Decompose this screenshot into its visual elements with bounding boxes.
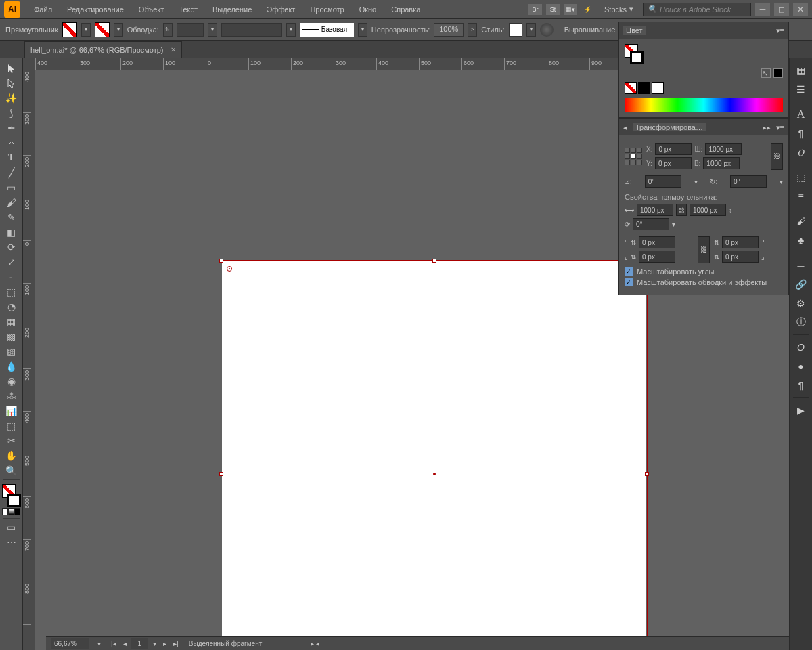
status-nav-icons[interactable]: ▸ ◂ xyxy=(311,640,319,647)
screen-mode-icon[interactable]: ▭ xyxy=(3,520,20,535)
link-panel-icon[interactable]: 🔗 xyxy=(792,276,810,293)
info-panel-icon[interactable]: ⓘ xyxy=(792,313,810,331)
perspective-grid-icon[interactable]: ▦ xyxy=(3,314,20,329)
var-width-input[interactable] xyxy=(221,23,282,37)
stroke-dd[interactable]: ▾ xyxy=(114,23,123,37)
color-history-swatches[interactable] xyxy=(625,82,783,94)
lasso-tool-icon[interactable]: ⟆ xyxy=(3,106,20,121)
para-panel-icon[interactable]: ¶ xyxy=(792,125,810,142)
style-dd[interactable]: ▾ xyxy=(526,23,536,37)
artboard-tool-icon[interactable]: ⬚ xyxy=(3,418,20,433)
close-tab-icon[interactable]: ✕ xyxy=(171,46,176,53)
menu-view[interactable]: Просмотр xyxy=(303,5,351,14)
list-panel-icon[interactable]: ☰ xyxy=(792,81,810,98)
para2-panel-icon[interactable]: ¶ xyxy=(792,376,810,394)
stroke-weight-dd[interactable]: ▾ xyxy=(208,23,217,37)
corner-tl-input[interactable]: 0 px xyxy=(639,236,675,248)
menu-help[interactable]: Справка xyxy=(384,5,427,14)
ruler-origin[interactable] xyxy=(23,58,35,70)
align-panel-icon[interactable]: ≡ xyxy=(792,188,810,205)
symbol-panel-icon[interactable]: ♣ xyxy=(792,232,810,249)
menu-effect[interactable]: Эффект xyxy=(260,5,302,14)
symbol-sprayer-icon[interactable]: ⁂ xyxy=(3,389,20,404)
properties-panel-icon[interactable]: ▦ xyxy=(792,62,810,79)
line-tool-icon[interactable]: ╱ xyxy=(3,165,20,180)
width-tool-icon[interactable]: ⫞ xyxy=(3,269,20,284)
pen-tool-icon[interactable]: ✒ xyxy=(3,121,20,135)
type-tool-icon[interactable]: T xyxy=(3,150,20,165)
blend-tool-icon[interactable]: ◉ xyxy=(3,374,20,389)
artboard[interactable] xyxy=(222,261,646,650)
link-wh-icon[interactable]: ⛓ xyxy=(771,143,783,170)
curvature-tool-icon[interactable]: 〰 xyxy=(3,135,20,150)
zoom-dd[interactable]: ▾ xyxy=(97,640,101,647)
color-spectrum[interactable] xyxy=(625,98,783,112)
zoom-input[interactable]: 66,67% xyxy=(51,638,89,649)
w-input[interactable]: 1000 px xyxy=(705,143,742,155)
document-tab[interactable]: hell_om.ai* @ 66,67% (RGB/Просмотр) ✕ xyxy=(24,41,182,58)
arrange-icon[interactable]: ▦▾ xyxy=(564,4,577,15)
shear-input[interactable]: 0° xyxy=(645,175,681,188)
transform-tab[interactable]: Трансформирова… xyxy=(633,123,706,131)
recolor-icon[interactable] xyxy=(540,23,554,37)
menu-file[interactable]: Файл xyxy=(27,5,59,14)
mesh-tool-icon[interactable]: ▩ xyxy=(3,329,20,344)
none-color-icon[interactable]: ↖ xyxy=(761,68,771,78)
char-panel-icon[interactable]: A xyxy=(792,106,810,123)
scale-corners-checkbox[interactable]: ✓Масштабировать углы xyxy=(625,267,783,276)
brush-panel-icon[interactable]: 🖌 xyxy=(792,213,810,230)
brush-dd[interactable]: ▾ xyxy=(358,23,367,37)
scale-strokes-checkbox[interactable]: ✓Масштабировать обводки и эффекты xyxy=(625,278,783,286)
magic-wand-tool-icon[interactable]: ✨ xyxy=(3,91,20,106)
selection-tool-icon[interactable] xyxy=(3,61,20,76)
corner-tr-input[interactable]: 0 px xyxy=(722,236,759,248)
stroke-panel-icon[interactable]: ═ xyxy=(792,257,810,274)
panel-nav-prev-icon[interactable]: ◂ xyxy=(623,123,627,132)
close-button[interactable]: ✕ xyxy=(793,3,808,16)
rect-w-input[interactable]: 1000 px xyxy=(637,204,673,216)
edit-toolbar-icon[interactable]: ⋯ xyxy=(3,535,20,550)
eyedropper-tool-icon[interactable]: 💧 xyxy=(3,359,20,374)
stock-search-input[interactable]: 🔍 Поиск в Adobe Stock xyxy=(643,3,751,16)
play-icon[interactable]: ▶ xyxy=(792,402,810,419)
panel-menu-icon[interactable]: ▾≡ xyxy=(776,26,784,35)
link-rect-icon[interactable]: ⛓ xyxy=(676,204,687,216)
panel-menu-icon[interactable]: ▾≡ xyxy=(776,123,784,132)
pencil-tool-icon[interactable]: ✎ xyxy=(3,210,20,225)
vertical-ruler[interactable]: 4003002001000100200300400500600700800 xyxy=(23,70,35,650)
sphere-panel-icon[interactable]: ● xyxy=(792,358,810,375)
slice-tool-icon[interactable]: ✂ xyxy=(3,433,20,448)
link-corners-icon[interactable]: ⛓ xyxy=(698,236,710,263)
paintbrush-tool-icon[interactable]: 🖌 xyxy=(3,195,20,210)
glyph-panel-icon[interactable]: O xyxy=(792,339,810,356)
gradient-tool-icon[interactable]: ▨ xyxy=(3,344,20,359)
opentype-panel-icon[interactable]: 𝑂 xyxy=(792,144,810,161)
fill-swatch[interactable] xyxy=(62,22,77,37)
eraser-tool-icon[interactable]: ◧ xyxy=(3,225,20,240)
brush-preset[interactable]: Базовая xyxy=(300,23,354,37)
opacity-dd[interactable]: > xyxy=(468,23,477,37)
fill-stroke-icon[interactable] xyxy=(2,484,21,507)
reference-point-icon[interactable] xyxy=(625,148,642,165)
fill-dd[interactable]: ▾ xyxy=(81,23,91,37)
align-label[interactable]: Выравнивание xyxy=(564,26,616,34)
stroke-swatch[interactable] xyxy=(95,22,110,37)
gpu-icon[interactable]: ⚡ xyxy=(581,4,595,15)
menu-select[interactable]: Выделение xyxy=(206,5,258,14)
rotate-input[interactable]: 0° xyxy=(730,175,767,188)
stock-icon[interactable]: St xyxy=(546,4,560,15)
stocks-dropdown[interactable]: Stocks▾ xyxy=(604,5,633,14)
black-color-icon[interactable] xyxy=(773,68,783,78)
opacity-input[interactable]: 100% xyxy=(434,23,464,37)
y-input[interactable]: 0 px xyxy=(655,157,692,169)
zoom-tool-icon[interactable]: 🔍 xyxy=(3,463,20,478)
color-tab[interactable]: Цвет xyxy=(623,26,646,35)
stroke-weight-input[interactable] xyxy=(177,23,204,37)
style-swatch[interactable] xyxy=(509,23,522,37)
menu-text[interactable]: Текст xyxy=(172,5,204,14)
free-transform-icon[interactable]: ⬚ xyxy=(3,284,20,299)
var-width-dd[interactable]: ▾ xyxy=(286,23,296,37)
hand-tool-icon[interactable]: ✋ xyxy=(3,448,20,463)
rotate-tool-icon[interactable]: ⟳ xyxy=(3,240,20,255)
h-input[interactable]: 1000 px xyxy=(703,157,740,169)
